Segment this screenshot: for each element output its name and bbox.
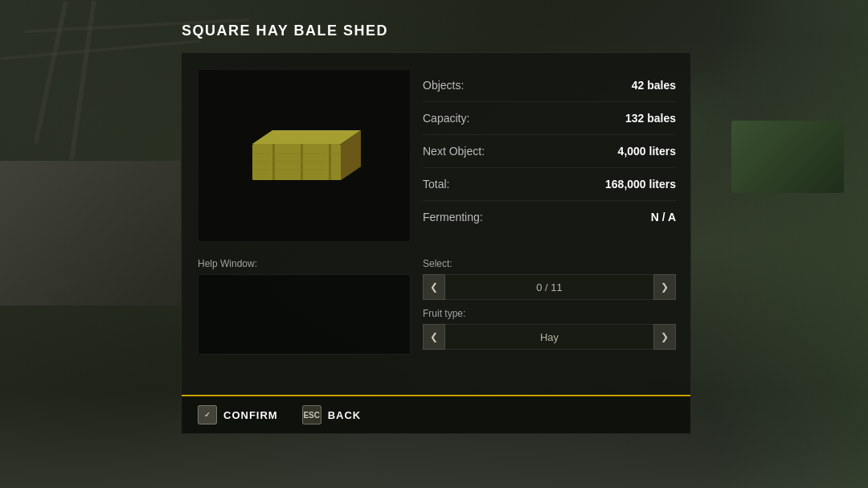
select-label: Select: (423, 258, 676, 269)
stat-label-capacity: Capacity: (423, 112, 469, 125)
stat-row-objects: Objects: 42 bales (423, 69, 676, 102)
stat-value-capacity: 132 bales (625, 112, 676, 125)
fruit-type-row: ❮ Hay ❯ (423, 324, 676, 350)
select-value: 0 / 11 (445, 274, 653, 300)
stat-row-fermenting: Fermenting: N / A (423, 201, 676, 233)
stat-value-fermenting: N / A (651, 211, 676, 223)
stat-row-total: Total: 168,000 liters (423, 168, 676, 201)
bottom-action-bar: ✓ CONFIRM ESC BACK (182, 395, 690, 433)
stat-row-capacity: Capacity: 132 bales (423, 102, 676, 135)
dialog-title: SQUARE HAY BALE SHED (182, 23, 388, 39)
hay-bale-svg (236, 112, 373, 200)
stat-label-objects: Objects: (423, 79, 464, 92)
fruit-next-button[interactable]: ❯ (653, 324, 676, 350)
back-key-icon: ESC (302, 405, 321, 424)
select-next-button[interactable]: ❯ (653, 274, 676, 300)
stat-label-fermenting: Fermenting: (423, 211, 483, 223)
stat-value-next-object: 4,000 liters (618, 145, 676, 158)
stat-label-total: Total: (423, 178, 449, 191)
hay-bale-preview (198, 69, 411, 242)
help-label: Help Window: (198, 258, 411, 269)
help-window-content (198, 274, 411, 355)
back-action[interactable]: ESC BACK (302, 405, 362, 424)
select-prev-button[interactable]: ❮ (423, 274, 445, 300)
back-label: BACK (328, 409, 362, 421)
stat-value-objects: 42 bales (632, 79, 676, 92)
fruit-value: Hay (445, 324, 653, 350)
confirm-action[interactable]: ✓ CONFIRM (198, 405, 278, 424)
confirm-label: CONFIRM (223, 409, 278, 421)
svg-rect-10 (252, 144, 341, 180)
help-section: Help Window: (198, 258, 411, 355)
select-row: ❮ 0 / 11 ❯ (423, 274, 676, 300)
stat-row-next-object: Next Object: 4,000 liters (423, 135, 676, 168)
select-section: Select: ❮ 0 / 11 ❯ Fruit type: ❮ Hay ❯ (423, 258, 676, 358)
stat-label-next-object: Next Object: (423, 145, 485, 158)
confirm-key-icon: ✓ (198, 405, 217, 424)
dialog-panel: SQUARE HAY BALE SHED (181, 52, 691, 434)
stat-value-total: 168,000 liters (605, 178, 676, 191)
fruit-type-label: Fruit type: (423, 308, 676, 319)
fruit-prev-button[interactable]: ❮ (423, 324, 445, 350)
stats-panel: Objects: 42 bales Capacity: 132 bales Ne… (423, 69, 676, 233)
